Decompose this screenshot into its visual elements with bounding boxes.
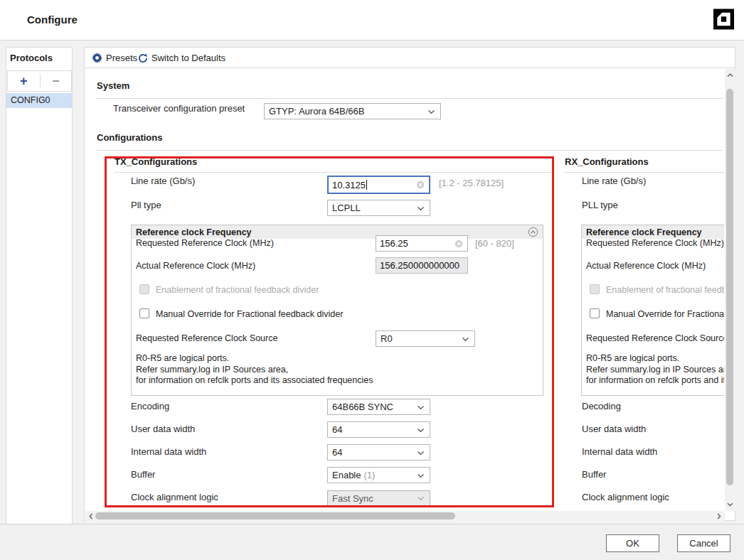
- rx-user-data-width-label: User data width: [582, 424, 646, 434]
- tx-pll-type-dropdown[interactable]: LCPLL: [327, 200, 430, 216]
- tx-buffer-label: Buffer: [131, 469, 155, 480]
- collapse-circle-icon[interactable]: [528, 227, 538, 237]
- ok-button[interactable]: OK: [606, 534, 659, 552]
- switch-to-defaults-label: Switch to Defaults: [152, 53, 225, 63]
- horizontal-scroll-thumb[interactable]: [95, 512, 455, 519]
- tx-clock-alignment-dropdown: Fast Sync: [327, 490, 430, 506]
- tx-buffer-dropdown[interactable]: Enable (1): [327, 467, 430, 483]
- tx-refclk-info-text: R0-R5 are logical ports. Refer summary.l…: [136, 353, 373, 387]
- info-line: Refer summary.log in IP Sources area,: [136, 365, 373, 376]
- presets-button[interactable]: Presets: [92, 53, 137, 63]
- switch-to-defaults-button[interactable]: Switch to Defaults: [138, 53, 225, 63]
- tx-user-data-width-label: User data width: [131, 424, 195, 434]
- dialog-title: Configure: [27, 14, 78, 26]
- tx-refclk-source-dropdown[interactable]: R0: [376, 330, 475, 347]
- tx-frac-divider-checkbox: [139, 284, 149, 294]
- divider: [565, 172, 724, 173]
- sidebar-item-config0[interactable]: CONFIG0: [6, 93, 72, 108]
- clear-circle-icon[interactable]: [455, 239, 463, 248]
- scroll-down-icon[interactable]: [725, 500, 735, 510]
- tx-requested-refclk-range: [60 - 820]: [475, 238, 514, 249]
- tx-requested-refclk-value: 156.25: [380, 238, 408, 249]
- vertical-scroll-thumb[interactable]: [726, 89, 733, 485]
- chevron-down-icon: [417, 206, 425, 211]
- rx-internal-data-width-label: Internal data width: [582, 446, 657, 457]
- dialog-footer: OK Cancel: [0, 524, 744, 560]
- chevron-down-icon: [462, 337, 469, 342]
- rx-refclk-heading-bar: Reference clock Frequency: [582, 225, 724, 239]
- chevron-down-icon: [417, 451, 425, 456]
- tx-user-data-width-dropdown[interactable]: 64: [327, 421, 430, 438]
- tx-internal-data-width-dropdown[interactable]: 64: [327, 444, 430, 461]
- rx-decoding-label: Decoding: [582, 401, 621, 411]
- divider: [115, 172, 552, 173]
- tx-manual-override-checkbox[interactable]: [139, 308, 149, 318]
- tx-pll-type-value: LCPLL: [332, 203, 361, 213]
- chevron-down-icon: [417, 473, 425, 478]
- scroll-up-icon[interactable]: [725, 70, 735, 80]
- refresh-icon: [138, 53, 148, 63]
- rx-clock-alignment-label: Clock alignment logic: [582, 492, 669, 502]
- scroll-left-icon[interactable]: [87, 511, 95, 521]
- tx-configurations-heading: TX_Configurations: [115, 156, 197, 167]
- chevron-down-icon: [417, 405, 425, 410]
- tx-refclk-source-label: Requested Reference Clock Source: [136, 333, 277, 343]
- tx-line-rate-input[interactable]: 10.3125: [327, 176, 430, 194]
- gear-icon: [92, 53, 102, 63]
- rx-pll-type-label: PLL type: [582, 200, 618, 210]
- presets-toolbar: Presets Switch to Defaults: [85, 48, 735, 68]
- chevron-down-icon: [417, 428, 425, 433]
- tx-manual-override-label: Manual Override for Fractional feedback …: [156, 309, 343, 319]
- rx-line-rate-label: Line rate (Gb/s): [582, 176, 646, 186]
- transceiver-preset-label: Transceiver configuration preset: [113, 103, 245, 114]
- tx-line-rate-range: [1.2 - 25.78125]: [439, 178, 504, 188]
- presets-label: Presets: [106, 53, 137, 63]
- configure-main-panel: Presets Switch to Defaults System Transc…: [84, 47, 735, 521]
- scroll-right-icon[interactable]: [715, 511, 723, 521]
- tx-internal-data-width-label: Internal data width: [131, 446, 206, 457]
- tx-refclk-source-value: R0: [381, 333, 393, 344]
- add-protocol-button[interactable]: +: [8, 72, 40, 90]
- tx-internal-data-width-value: 64: [332, 447, 342, 458]
- tx-actual-refclk-label: Actual Reference Clock (MHz): [136, 261, 255, 271]
- rx-manual-override-checkbox[interactable]: [590, 308, 600, 318]
- rx-refclk-heading: Reference clock Frequency: [586, 227, 702, 237]
- tx-encoding-value: 64B66B SYNC: [332, 402, 393, 412]
- remove-protocol-button[interactable]: −: [40, 72, 71, 90]
- tx-buffer-value-suffix: (1): [363, 470, 375, 480]
- tx-actual-refclk-value: 156.250000000000: [380, 260, 459, 271]
- chevron-down-icon: [417, 496, 425, 501]
- divider: [97, 98, 723, 99]
- rx-buffer-label: Buffer: [582, 469, 606, 480]
- rx-refclk-source-label: Requested Reference Clock Source: [586, 333, 724, 343]
- protocols-title: Protocols: [10, 53, 53, 63]
- tx-clock-alignment-label: Clock alignment logic: [131, 492, 218, 502]
- transceiver-preset-dropdown[interactable]: GTYP: Aurora 64B/66B: [264, 103, 441, 119]
- info-line: R0-R5 are logical ports.: [136, 353, 373, 365]
- tx-requested-refclk-input[interactable]: 156.25: [376, 235, 468, 252]
- cancel-button[interactable]: Cancel: [677, 534, 730, 552]
- tx-requested-refclk-label: Requested Reference Clock (MHz): [136, 238, 274, 248]
- rx-frac-divider-label: Enablement of fractional feedback divide…: [606, 285, 724, 295]
- tx-buffer-value: Enable: [332, 470, 361, 480]
- tx-user-data-width-value: 64: [332, 424, 342, 435]
- tx-pll-type-label: Pll type: [131, 200, 161, 210]
- protocols-panel: Protocols + − CONFIG0: [6, 47, 73, 526]
- tx-frac-divider-label: Enablement of fractional feedback divide…: [156, 285, 319, 295]
- plus-icon: +: [20, 74, 28, 88]
- system-heading: System: [97, 80, 129, 91]
- horizontal-scrollbar[interactable]: [85, 511, 725, 521]
- info-line: for information on refclk ports and its …: [586, 375, 724, 387]
- transceiver-preset-value: GTYP: Aurora 64B/66B: [269, 106, 364, 117]
- minus-icon: −: [52, 74, 60, 88]
- tx-encoding-dropdown[interactable]: 64B66B SYNC: [327, 399, 430, 415]
- clear-circle-icon[interactable]: [416, 181, 425, 189]
- divider: [97, 150, 723, 151]
- dialog-header: Configure: [0, 0, 744, 41]
- rx-manual-override-label: Manual Override for Fractional feedback …: [606, 309, 724, 319]
- config-scroll-area: System Transceiver configuration preset …: [85, 69, 724, 511]
- vertical-scrollbar[interactable]: [725, 69, 735, 511]
- tx-refclk-heading: Reference clock Frequency: [136, 227, 252, 237]
- rx-refclk-info-text: R0-R5 are logical ports. Refer summary.l…: [586, 353, 724, 387]
- tx-refclk-heading-bar: Reference clock Frequency: [132, 225, 543, 239]
